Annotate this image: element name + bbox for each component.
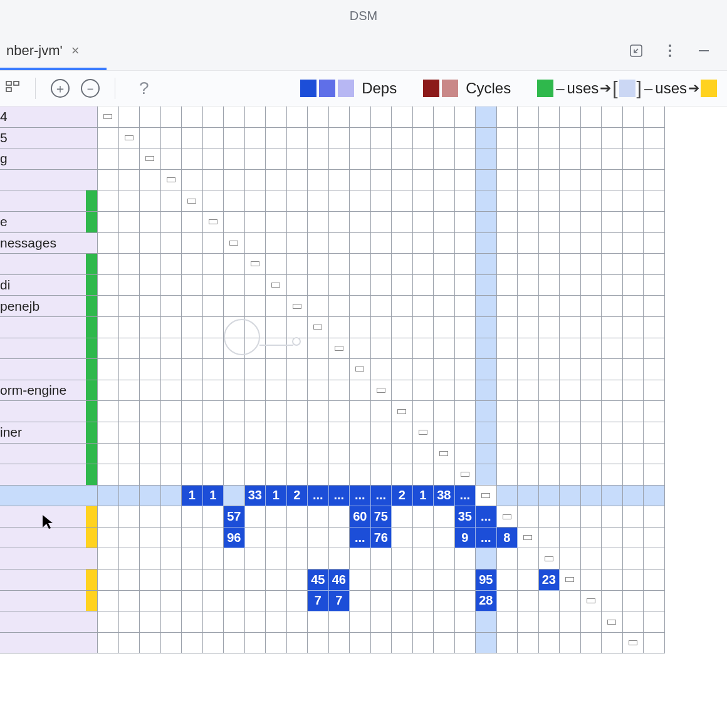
empty-cell[interactable] <box>182 148 203 170</box>
empty-cell[interactable] <box>203 611 224 633</box>
empty-cell[interactable] <box>434 317 455 338</box>
empty-cell[interactable] <box>455 569 476 591</box>
empty-cell[interactable] <box>224 401 245 422</box>
empty-cell[interactable] <box>371 296 392 317</box>
empty-cell[interactable] <box>329 296 350 317</box>
empty-cell[interactable] <box>140 444 161 465</box>
empty-cell[interactable] <box>539 464 560 486</box>
row-label[interactable]: nessages <box>0 233 97 254</box>
empty-cell[interactable] <box>476 444 497 465</box>
empty-cell[interactable] <box>203 548 224 569</box>
empty-cell[interactable] <box>518 107 539 128</box>
empty-cell[interactable] <box>623 401 644 422</box>
empty-cell[interactable] <box>119 591 140 612</box>
empty-cell[interactable] <box>518 633 539 654</box>
empty-cell[interactable] <box>518 611 539 633</box>
diag-cell[interactable] <box>245 254 266 275</box>
empty-cell[interactable] <box>644 401 665 422</box>
dep-cell[interactable]: ... <box>476 506 497 528</box>
empty-cell[interactable] <box>350 338 371 360</box>
empty-cell[interactable] <box>266 422 287 444</box>
empty-cell[interactable] <box>413 633 434 654</box>
empty-cell[interactable] <box>476 359 497 380</box>
empty-cell[interactable] <box>644 148 665 170</box>
empty-cell[interactable] <box>434 128 455 149</box>
empty-cell[interactable] <box>413 296 434 317</box>
empty-cell[interactable] <box>602 190 623 212</box>
diag-cell[interactable] <box>455 464 476 486</box>
empty-cell[interactable] <box>224 317 245 338</box>
empty-cell[interactable] <box>182 548 203 569</box>
empty-cell[interactable] <box>119 254 140 275</box>
empty-cell[interactable] <box>476 422 497 444</box>
empty-cell[interactable] <box>560 212 581 233</box>
empty-cell[interactable] <box>392 275 413 296</box>
empty-cell[interactable] <box>308 506 329 528</box>
empty-cell[interactable] <box>518 401 539 422</box>
row-label[interactable] <box>0 401 97 422</box>
empty-cell[interactable] <box>581 528 602 549</box>
empty-cell[interactable] <box>182 506 203 528</box>
row-label[interactable] <box>0 254 97 275</box>
empty-cell[interactable] <box>497 170 518 191</box>
empty-cell[interactable] <box>119 317 140 338</box>
empty-cell[interactable] <box>224 254 245 275</box>
empty-cell[interactable] <box>455 254 476 275</box>
empty-cell[interactable] <box>560 338 581 360</box>
empty-cell[interactable] <box>98 569 119 591</box>
empty-cell[interactable] <box>644 359 665 380</box>
empty-cell[interactable] <box>266 128 287 149</box>
empty-cell[interactable] <box>329 275 350 296</box>
empty-cell[interactable] <box>182 107 203 128</box>
empty-cell[interactable] <box>203 444 224 465</box>
empty-cell[interactable] <box>287 633 308 654</box>
empty-cell[interactable] <box>455 338 476 360</box>
empty-cell[interactable] <box>392 422 413 444</box>
empty-cell[interactable] <box>476 464 497 486</box>
empty-cell[interactable] <box>350 275 371 296</box>
empty-cell[interactable] <box>581 233 602 254</box>
empty-cell[interactable] <box>455 107 476 128</box>
empty-cell[interactable] <box>623 422 644 444</box>
empty-cell[interactable] <box>266 107 287 128</box>
empty-cell[interactable] <box>266 401 287 422</box>
diag-cell[interactable] <box>518 528 539 549</box>
empty-cell[interactable] <box>161 254 182 275</box>
row-label[interactable]: di <box>0 275 97 296</box>
empty-cell[interactable] <box>392 633 413 654</box>
dep-cell[interactable]: 1 <box>182 486 203 507</box>
empty-cell[interactable] <box>119 338 140 360</box>
empty-cell[interactable] <box>434 107 455 128</box>
empty-cell[interactable] <box>518 212 539 233</box>
empty-cell[interactable] <box>161 591 182 612</box>
empty-cell[interactable] <box>119 380 140 402</box>
empty-cell[interactable] <box>518 506 539 528</box>
row-label[interactable] <box>0 528 97 549</box>
empty-cell[interactable] <box>140 233 161 254</box>
empty-cell[interactable] <box>350 444 371 465</box>
empty-cell[interactable] <box>329 317 350 338</box>
empty-cell[interactable] <box>539 233 560 254</box>
empty-cell[interactable] <box>371 190 392 212</box>
empty-cell[interactable] <box>476 380 497 402</box>
empty-cell[interactable] <box>308 275 329 296</box>
empty-cell[interactable] <box>434 548 455 569</box>
empty-cell[interactable] <box>203 233 224 254</box>
empty-cell[interactable] <box>413 190 434 212</box>
empty-cell[interactable] <box>245 591 266 612</box>
empty-cell[interactable] <box>329 254 350 275</box>
empty-cell[interactable] <box>119 212 140 233</box>
row-label[interactable]: iner <box>0 422 97 444</box>
diag-cell[interactable] <box>287 296 308 317</box>
empty-cell[interactable] <box>161 190 182 212</box>
empty-cell[interactable] <box>518 380 539 402</box>
empty-cell[interactable] <box>581 296 602 317</box>
empty-cell[interactable] <box>350 254 371 275</box>
empty-cell[interactable] <box>539 212 560 233</box>
empty-cell[interactable] <box>161 212 182 233</box>
empty-cell[interactable] <box>224 190 245 212</box>
empty-cell[interactable] <box>371 464 392 486</box>
empty-cell[interactable] <box>98 148 119 170</box>
empty-cell[interactable] <box>140 275 161 296</box>
empty-cell[interactable] <box>140 548 161 569</box>
